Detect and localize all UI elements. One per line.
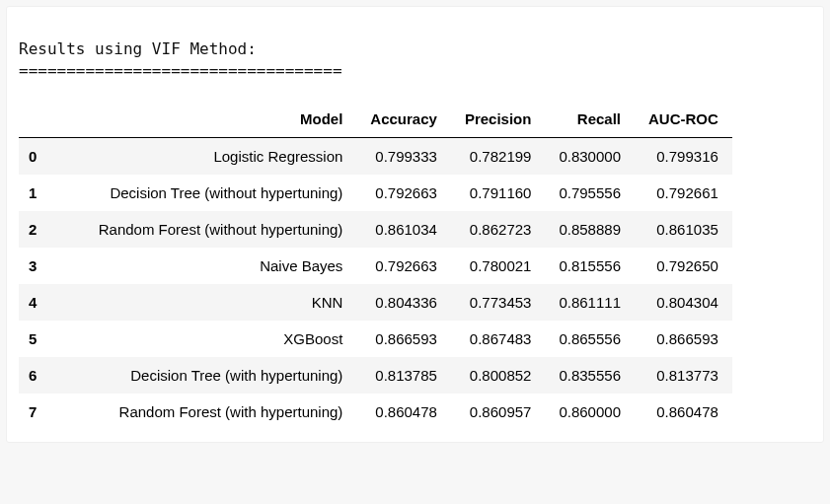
cell-precision: 0.773453	[451, 284, 546, 321]
cell-model: Decision Tree (with hypertuning)	[50, 357, 356, 394]
row-index: 4	[19, 284, 50, 321]
cell-aucroc: 0.792650	[635, 248, 732, 284]
column-header-precision: Precision	[451, 101, 546, 138]
results-divider: ==================================	[19, 61, 342, 80]
cell-precision: 0.860957	[451, 394, 546, 430]
cell-model: KNN	[50, 284, 356, 321]
cell-accuracy: 0.861034	[356, 211, 451, 248]
results-title: Results using VIF Method:	[19, 39, 257, 58]
table-row: 5 XGBoost 0.866593 0.867483 0.865556 0.8…	[19, 321, 732, 357]
cell-recall: 0.830000	[545, 137, 635, 175]
cell-recall: 0.865556	[545, 321, 635, 357]
column-header-accuracy: Accuracy	[356, 101, 451, 138]
cell-recall: 0.815556	[545, 248, 635, 284]
column-header-index	[19, 101, 50, 138]
cell-model: Random Forest (with hypertuning)	[50, 394, 356, 430]
cell-recall: 0.858889	[545, 211, 635, 248]
row-index: 7	[19, 394, 50, 430]
table-body: 0 Logistic Regression 0.799333 0.782199 …	[19, 137, 732, 430]
row-index: 2	[19, 211, 50, 248]
cell-aucroc: 0.813773	[635, 357, 732, 394]
cell-accuracy: 0.792663	[356, 248, 451, 284]
cell-aucroc: 0.804304	[635, 284, 732, 321]
cell-model: Naive Bayes	[50, 248, 356, 284]
row-index: 5	[19, 321, 50, 357]
cell-accuracy: 0.860478	[356, 394, 451, 430]
row-index: 3	[19, 248, 50, 284]
cell-precision: 0.800852	[451, 357, 546, 394]
cell-recall: 0.795556	[545, 175, 635, 211]
cell-model: Decision Tree (without hypertuning)	[50, 175, 356, 211]
cell-accuracy: 0.792663	[356, 175, 451, 211]
table-row: 6 Decision Tree (with hypertuning) 0.813…	[19, 357, 732, 394]
table-header-row: Model Accuracy Precision Recall AUC-ROC	[19, 101, 732, 138]
column-header-aucroc: AUC-ROC	[635, 101, 732, 138]
column-header-recall: Recall	[545, 101, 635, 138]
cell-accuracy: 0.799333	[356, 137, 451, 175]
table-row: 3 Naive Bayes 0.792663 0.780021 0.815556…	[19, 248, 732, 284]
table-row: 2 Random Forest (without hypertuning) 0.…	[19, 211, 732, 248]
row-index: 0	[19, 137, 50, 175]
cell-precision: 0.780021	[451, 248, 546, 284]
cell-aucroc: 0.866593	[635, 321, 732, 357]
table-row: 1 Decision Tree (without hypertuning) 0.…	[19, 175, 732, 211]
cell-recall: 0.860000	[545, 394, 635, 430]
notebook-output-cell: Results using VIF Method: ==============…	[6, 6, 824, 443]
cell-recall: 0.835556	[545, 357, 635, 394]
stdout-text: Results using VIF Method: ==============…	[19, 9, 811, 101]
cell-precision: 0.782199	[451, 137, 546, 175]
cell-accuracy: 0.866593	[356, 321, 451, 357]
cell-aucroc: 0.792661	[635, 175, 732, 211]
column-header-model: Model	[50, 101, 356, 138]
table-row: 0 Logistic Regression 0.799333 0.782199 …	[19, 137, 732, 175]
cell-aucroc: 0.861035	[635, 211, 732, 248]
row-index: 1	[19, 175, 50, 211]
cell-model: Logistic Regression	[50, 137, 356, 175]
cell-model: XGBoost	[50, 321, 356, 357]
cell-recall: 0.861111	[545, 284, 635, 321]
table-row: 4 KNN 0.804336 0.773453 0.861111 0.80430…	[19, 284, 732, 321]
cell-accuracy: 0.813785	[356, 357, 451, 394]
cell-aucroc: 0.799316	[635, 137, 732, 175]
row-index: 6	[19, 357, 50, 394]
table-row: 7 Random Forest (with hypertuning) 0.860…	[19, 394, 732, 430]
cell-accuracy: 0.804336	[356, 284, 451, 321]
cell-precision: 0.791160	[451, 175, 546, 211]
cell-precision: 0.862723	[451, 211, 546, 248]
results-dataframe: Model Accuracy Precision Recall AUC-ROC …	[19, 101, 732, 430]
cell-aucroc: 0.860478	[635, 394, 732, 430]
cell-model: Random Forest (without hypertuning)	[50, 211, 356, 248]
cell-precision: 0.867483	[451, 321, 546, 357]
